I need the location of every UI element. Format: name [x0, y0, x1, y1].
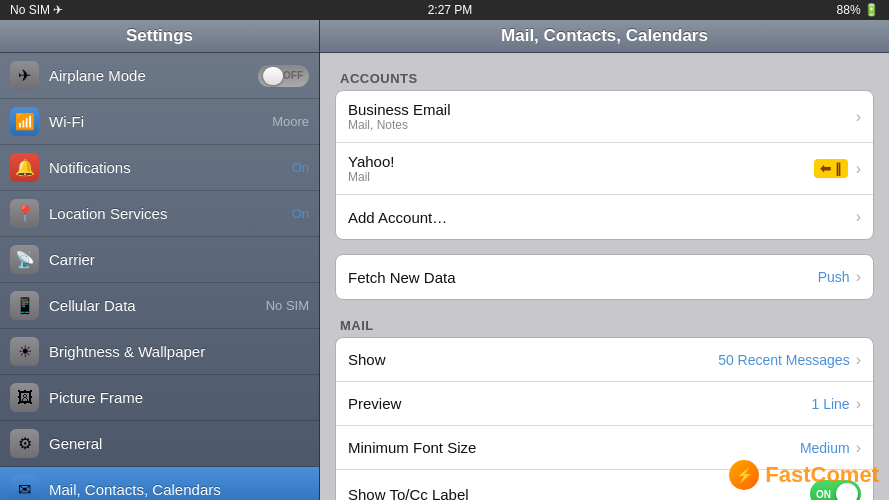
list-row-show[interactable]: Show50 Recent Messages› [336, 338, 873, 382]
notifications-icon: 🔔 [10, 153, 39, 182]
preview-chevron: › [856, 395, 861, 413]
sidebar-item-location[interactable]: 📍Location ServicesOn [0, 191, 319, 237]
airplane-label: Airplane Mode [49, 67, 258, 84]
sidebar: Settings ✈Airplane Mode📶Wi-FiMoore🔔Notif… [0, 20, 320, 500]
sidebar-item-airplane[interactable]: ✈Airplane Mode [0, 53, 319, 99]
status-left: No SIM ✈ [10, 3, 63, 17]
business-email-label: Business Email [348, 101, 856, 118]
status-bar: No SIM ✈ 2:27 PM 88% 🔋 [0, 0, 889, 20]
show-label: Show [348, 351, 718, 368]
general-icon: ⚙ [10, 429, 39, 458]
add-account-label: Add Account… [348, 209, 856, 226]
sidebar-item-mail[interactable]: ✉Mail, Contacts, Calendars [0, 467, 319, 500]
sidebar-item-brightness[interactable]: ☀Brightness & Wallpaper [0, 329, 319, 375]
show-value: 50 Recent Messages [718, 352, 850, 368]
cellular-label: Cellular Data [49, 297, 266, 314]
airplane-icon: ✈ [10, 61, 39, 90]
yahoo-chevron: › [856, 160, 861, 178]
carrier-label: Carrier [49, 251, 309, 268]
brightness-icon: ☀ [10, 337, 39, 366]
yahoo-sublabel: Mail [348, 170, 814, 184]
sidebar-item-wifi[interactable]: 📶Wi-FiMoore [0, 99, 319, 145]
right-content: AccountsBusiness EmailMail, Notes›Yahoo!… [320, 53, 889, 500]
show-chevron: › [856, 351, 861, 369]
list-row-business-email[interactable]: Business EmailMail, Notes› [336, 91, 873, 143]
general-label: General [49, 435, 309, 452]
business-email-sublabel: Mail, Notes [348, 118, 856, 132]
list-row-add-account[interactable]: Add Account…› [336, 195, 873, 239]
wifi-icon: 📶 [10, 107, 39, 136]
status-center: 2:27 PM [428, 3, 473, 17]
sidebar-item-cellular[interactable]: 📱Cellular DataNo SIM [0, 283, 319, 329]
list-row-yahoo[interactable]: Yahoo!Mail⬅ ‖› [336, 143, 873, 195]
notifications-label: Notifications [49, 159, 292, 176]
yahoo-label: Yahoo! [348, 153, 814, 170]
sidebar-item-notifications[interactable]: 🔔NotificationsOn [0, 145, 319, 191]
location-value: On [292, 206, 309, 221]
section-title-accounts: Accounts [335, 63, 874, 90]
wifi-value: Moore [272, 114, 309, 129]
mail-label: Mail, Contacts, Calendars [49, 481, 309, 498]
carrier-icon: 📡 [10, 245, 39, 274]
list-row-fetch-new-data[interactable]: Fetch New DataPush› [336, 255, 873, 299]
watermark-text: FastComet [765, 462, 879, 488]
min-font-label: Minimum Font Size [348, 439, 800, 456]
sidebar-item-general[interactable]: ⚙General [0, 421, 319, 467]
fetch-new-data-label: Fetch New Data [348, 269, 818, 286]
yahoo-yahoo-badge: ⬅ ‖ [814, 159, 848, 178]
pictureframe-label: Picture Frame [49, 389, 309, 406]
wifi-label: Wi-Fi [49, 113, 272, 130]
add-account-chevron: › [856, 208, 861, 226]
status-right: 88% 🔋 [837, 3, 879, 17]
fastcomet-icon: ⚡ [729, 460, 759, 490]
pictureframe-icon: 🖼 [10, 383, 39, 412]
right-panel: Mail, Contacts, Calendars AccountsBusine… [320, 20, 889, 500]
list-group-accounts: Business EmailMail, Notes›Yahoo!Mail⬅ ‖›… [335, 90, 874, 240]
sidebar-items: ✈Airplane Mode📶Wi-FiMoore🔔NotificationsO… [0, 53, 319, 500]
airplane-toggle[interactable] [258, 65, 309, 87]
cellular-value: No SIM [266, 298, 309, 313]
notifications-value: On [292, 160, 309, 175]
business-email-chevron: › [856, 108, 861, 126]
mail-icon: ✉ [10, 475, 39, 500]
list-group-fetch: Fetch New DataPush› [335, 254, 874, 300]
watermark: ⚡ FastComet [729, 460, 879, 490]
location-label: Location Services [49, 205, 292, 222]
brightness-label: Brightness & Wallpaper [49, 343, 309, 360]
right-header: Mail, Contacts, Calendars [320, 20, 889, 53]
list-row-preview[interactable]: Preview1 Line› [336, 382, 873, 426]
preview-value: 1 Line [812, 396, 850, 412]
sidebar-item-carrier[interactable]: 📡Carrier [0, 237, 319, 283]
min-font-chevron: › [856, 439, 861, 457]
sidebar-header: Settings [0, 20, 319, 53]
fetch-new-data-value: Push [818, 269, 850, 285]
preview-label: Preview [348, 395, 812, 412]
sidebar-item-pictureframe[interactable]: 🖼Picture Frame [0, 375, 319, 421]
section-title-mail: Mail [335, 310, 874, 337]
min-font-value: Medium [800, 440, 850, 456]
location-icon: 📍 [10, 199, 39, 228]
cellular-icon: 📱 [10, 291, 39, 320]
fetch-new-data-chevron: › [856, 268, 861, 286]
